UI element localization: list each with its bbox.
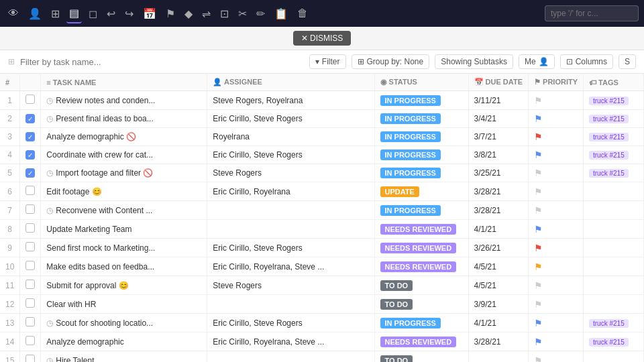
- table-row[interactable]: 4Coordinate with crew for cat...Eric Cir…: [0, 146, 644, 164]
- table-row[interactable]: 8Update Marketing TeamNEEDS REVIEWED4/1/…: [0, 220, 644, 239]
- dismiss-button[interactable]: ✕ DISMISS: [293, 31, 352, 46]
- task-name-cell[interactable]: Analyze demographic 🚫: [41, 128, 207, 146]
- row-checkbox-cell[interactable]: [20, 239, 41, 257]
- row-checkbox-cell[interactable]: [20, 220, 41, 239]
- status-cell[interactable]: IN PROGRESS: [374, 91, 468, 110]
- priority-cell[interactable]: ⚑: [528, 146, 583, 164]
- task-name-cell[interactable]: Edit footage 😊: [41, 182, 207, 201]
- row-checkbox-cell[interactable]: [20, 351, 41, 363]
- row-checkbox[interactable]: [25, 132, 35, 141]
- filter-button[interactable]: ▾ Filter: [309, 54, 346, 69]
- task-name-cell[interactable]: Update Marketing Team: [41, 220, 207, 239]
- row-checkbox[interactable]: [25, 168, 35, 178]
- table-row[interactable]: 6Edit footage 😊Eric Cirillo, RoyelranaUP…: [0, 182, 644, 201]
- columns-button[interactable]: ⊡ Columns: [560, 54, 613, 69]
- row-checkbox-cell[interactable]: [20, 146, 41, 164]
- status-cell[interactable]: IN PROGRESS: [374, 201, 468, 220]
- row-checkbox[interactable]: [25, 280, 35, 289]
- toolbar-icon-edit[interactable]: ✏: [254, 5, 268, 23]
- row-checkbox-cell[interactable]: [20, 182, 41, 201]
- table-row[interactable]: 5◷Import footage and filter 🚫Steve Roger…: [0, 164, 644, 182]
- row-checkbox[interactable]: [25, 150, 35, 160]
- toolbar-icon-copy[interactable]: ⊡: [217, 5, 231, 23]
- status-cell[interactable]: NEEDS REVIEWED: [374, 257, 468, 276]
- task-name-cell[interactable]: ◷Scout for shooting locatio...: [41, 314, 207, 333]
- task-name-cell[interactable]: ◷Import footage and filter 🚫: [41, 164, 207, 182]
- priority-cell[interactable]: ⚑: [528, 220, 583, 239]
- toolbar-icon-undo[interactable]: ↩: [104, 5, 118, 23]
- row-checkbox-cell[interactable]: [20, 314, 41, 333]
- task-name-cell[interactable]: Send first mock to Marketing...: [41, 239, 207, 257]
- toolbar-icon-scissors[interactable]: ✂: [235, 5, 250, 23]
- priority-cell[interactable]: ⚑: [528, 295, 583, 314]
- row-checkbox[interactable]: [25, 261, 35, 270]
- priority-cell[interactable]: ⚑: [528, 351, 583, 363]
- row-checkbox[interactable]: [25, 336, 35, 345]
- subtasks-button[interactable]: Showing Subtasks: [435, 54, 513, 69]
- priority-cell[interactable]: ⚑: [528, 201, 583, 220]
- status-cell[interactable]: TO DO: [374, 276, 468, 295]
- priority-cell[interactable]: ⚑: [528, 257, 583, 276]
- table-row[interactable]: 2◷Present final ideas to boa...Eric Ciri…: [0, 110, 644, 128]
- row-checkbox[interactable]: [25, 317, 35, 326]
- toolbar-icon-diamond[interactable]: ◆: [182, 5, 195, 23]
- table-row[interactable]: 3Analyze demographic 🚫RoyelranaIN PROGRE…: [0, 128, 644, 146]
- task-name-cell[interactable]: Make edits based on feedba...: [41, 257, 207, 276]
- row-checkbox[interactable]: [25, 223, 35, 233]
- status-cell[interactable]: IN PROGRESS: [374, 146, 468, 164]
- status-cell[interactable]: NEEDS REVIEWED: [374, 333, 468, 351]
- priority-cell[interactable]: ⚑: [528, 182, 583, 201]
- priority-cell[interactable]: ⚑: [528, 110, 583, 128]
- toolbar-search-input[interactable]: [545, 5, 639, 21]
- table-row[interactable]: 14Analyze demographicEric Cirillo, Royel…: [0, 333, 644, 351]
- status-cell[interactable]: NEEDS REVIEWED: [374, 239, 468, 257]
- me-button[interactable]: Me 👤: [519, 54, 555, 69]
- toolbar-icon-transfer[interactable]: ⇌: [199, 5, 213, 23]
- row-checkbox-cell[interactable]: [20, 295, 41, 314]
- task-name-cell[interactable]: ◷Present final ideas to boa...: [41, 110, 207, 128]
- priority-cell[interactable]: ⚑: [528, 333, 583, 351]
- status-cell[interactable]: IN PROGRESS: [374, 314, 468, 333]
- table-row[interactable]: 11Submit for approval 😊Steve RogersTO DO…: [0, 276, 644, 295]
- row-checkbox-cell[interactable]: [20, 201, 41, 220]
- status-cell[interactable]: TO DO: [374, 295, 468, 314]
- task-name-cell[interactable]: Clear with HR: [41, 295, 207, 314]
- toolbar-icon-flag[interactable]: ⚑: [163, 5, 178, 23]
- row-checkbox-cell[interactable]: [20, 110, 41, 128]
- status-cell[interactable]: IN PROGRESS: [374, 164, 468, 182]
- table-row[interactable]: 12Clear with HRTO DO3/9/21⚑: [0, 295, 644, 314]
- toolbar-icon-user[interactable]: 👤: [25, 5, 44, 23]
- table-row[interactable]: 10Make edits based on feedba...Eric Ciri…: [0, 257, 644, 276]
- group-button[interactable]: ⊞ Group by: None: [352, 54, 430, 69]
- toolbar-icon-grid[interactable]: ⊞: [48, 5, 62, 23]
- priority-cell[interactable]: ⚑: [528, 276, 583, 295]
- table-row[interactable]: 7◷Reconvene with Content ...IN PROGRESS3…: [0, 201, 644, 220]
- task-name-cell[interactable]: ◷Review notes and conden...: [41, 91, 207, 110]
- row-checkbox-cell[interactable]: [20, 164, 41, 182]
- s-button[interactable]: S: [619, 54, 636, 69]
- toolbar-icon-calendar[interactable]: 📅: [140, 5, 159, 23]
- task-name-cell[interactable]: Analyze demographic: [41, 333, 207, 351]
- row-checkbox[interactable]: [25, 95, 35, 104]
- priority-cell[interactable]: ⚑: [528, 91, 583, 110]
- row-checkbox[interactable]: [25, 186, 35, 195]
- priority-cell[interactable]: ⚑: [528, 239, 583, 257]
- toolbar-icon-delete[interactable]: 🗑: [294, 5, 311, 22]
- status-cell[interactable]: IN PROGRESS: [374, 128, 468, 146]
- row-checkbox[interactable]: [25, 204, 35, 214]
- row-checkbox-cell[interactable]: [20, 128, 41, 146]
- task-name-cell[interactable]: ◷Reconvene with Content ...: [41, 201, 207, 220]
- table-row[interactable]: 15◷Hire TalentTO DO⚑: [0, 351, 644, 363]
- priority-cell[interactable]: ⚑: [528, 314, 583, 333]
- filter-input[interactable]: [20, 57, 154, 67]
- toolbar-icon-view[interactable]: 👁: [5, 5, 21, 22]
- status-cell[interactable]: NEEDS REVIEWED: [374, 220, 468, 239]
- toolbar-icon-redo[interactable]: ↪: [122, 5, 136, 23]
- row-checkbox[interactable]: [25, 242, 35, 251]
- toolbar-icon-box[interactable]: ◻: [86, 5, 100, 23]
- task-name-cell[interactable]: ◷Hire Talent: [41, 351, 207, 363]
- table-row[interactable]: 13◷Scout for shooting locatio...Eric Cir…: [0, 314, 644, 333]
- row-checkbox-cell[interactable]: [20, 333, 41, 351]
- task-name-cell[interactable]: Submit for approval 😊: [41, 276, 207, 295]
- row-checkbox[interactable]: [25, 298, 35, 308]
